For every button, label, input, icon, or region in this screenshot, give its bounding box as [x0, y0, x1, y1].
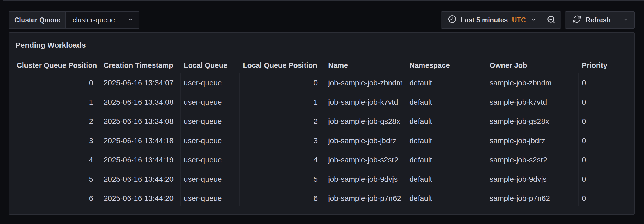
cell-priority: 0 [579, 150, 630, 170]
cell-cluster-queue-position: 1 [13, 93, 100, 112]
cell-priority: 0 [579, 189, 630, 206]
panel-title[interactable]: Pending Workloads [9, 33, 634, 51]
table-row: 42025-06-16 13:44:19user-queue4job-sampl… [13, 150, 630, 170]
cell-local-queue-position: 5 [240, 170, 325, 189]
column-header-name[interactable]: Name [325, 61, 406, 70]
cell-local-queue: user-queue [181, 189, 240, 206]
toolbar-right-group: Last 5 minutes UTC Refresh [441, 11, 635, 29]
timezone-label: UTC [512, 16, 526, 24]
cell-priority: 0 [579, 112, 630, 131]
chevron-down-icon [128, 16, 133, 24]
table-body: 02025-06-16 13:34:07user-queue0job-sampl… [13, 74, 630, 206]
cell-cluster-queue-position: 4 [13, 150, 100, 170]
variable-label: Cluster Queue [9, 12, 66, 28]
cell-owner-job: sample-job-jbdrz [486, 131, 579, 150]
cell-namespace: default [406, 150, 486, 170]
cell-priority: 0 [579, 93, 630, 112]
cell-local-queue: user-queue [181, 150, 240, 170]
cell-owner-job: sample-job-zbndm [486, 74, 579, 93]
cell-name: job-sample-job-jbdrz [325, 131, 406, 150]
column-header-priority[interactable]: Priority [579, 61, 630, 70]
cell-owner-job: sample-job-gs28x [486, 112, 579, 131]
table-row: 02025-06-16 13:34:07user-queue0job-sampl… [13, 74, 630, 93]
cell-cluster-queue-position: 0 [13, 74, 100, 93]
cell-priority: 0 [579, 74, 630, 93]
refresh-interval-dropdown-button[interactable] [617, 12, 634, 28]
cell-namespace: default [406, 74, 486, 93]
clock-icon [448, 15, 457, 25]
cell-name: job-sample-job-p7n62 [325, 189, 406, 206]
chevron-down-icon [531, 16, 536, 24]
cell-local-queue-position: 1 [240, 93, 325, 112]
time-range-zoom-out-button[interactable] [542, 12, 561, 28]
time-range-group: Last 5 minutes UTC [441, 11, 561, 29]
cell-name: job-sample-job-s2sr2 [325, 150, 406, 170]
cell-name: job-sample-job-k7vtd [325, 93, 406, 112]
cell-local-queue-position: 0 [240, 74, 325, 93]
cell-creation-timestamp: 2025-06-16 13:44:19 [100, 150, 181, 170]
column-header-local-queue-position[interactable]: Local Queue Position [240, 61, 325, 70]
cell-local-queue: user-queue [181, 74, 240, 93]
cell-local-queue: user-queue [181, 112, 240, 131]
cell-local-queue-position: 4 [240, 150, 325, 170]
cell-namespace: default [406, 170, 486, 189]
cell-name: job-sample-job-gs28x [325, 112, 406, 131]
cell-namespace: default [406, 131, 486, 150]
variable-control-cluster-queue: Cluster Queue cluster-queue [9, 11, 139, 29]
time-range-label: Last 5 minutes [461, 16, 508, 24]
cell-cluster-queue-position: 5 [13, 170, 100, 189]
column-header-local-queue[interactable]: Local Queue [181, 61, 240, 70]
pending-workloads-panel: Pending Workloads Cluster Queue Position… [9, 32, 635, 215]
cell-priority: 0 [579, 170, 630, 189]
cell-local-queue: user-queue [181, 170, 240, 189]
cell-cluster-queue-position: 3 [13, 131, 100, 150]
cell-owner-job: sample-job-k7vtd [486, 93, 579, 112]
cell-name: job-sample-job-zbndm [325, 74, 406, 93]
pending-workloads-table: Cluster Queue PositionCreation Timestamp… [13, 51, 630, 206]
cell-cluster-queue-position: 2 [13, 112, 100, 131]
variable-dropdown-cluster-queue[interactable]: cluster-queue [66, 12, 139, 28]
refresh-button[interactable]: Refresh [565, 12, 617, 28]
cell-creation-timestamp: 2025-06-16 13:44:20 [100, 170, 181, 189]
table-row: 22025-06-16 13:34:08user-queue2job-sampl… [13, 112, 630, 131]
variable-selected-value: cluster-queue [73, 16, 115, 24]
top-chrome-divider [3, 0, 644, 1]
cell-creation-timestamp: 2025-06-16 13:44:18 [100, 131, 181, 150]
cell-namespace: default [406, 93, 486, 112]
column-header-cluster-queue-position[interactable]: Cluster Queue Position [13, 61, 100, 70]
cell-name: job-sample-job-9dvjs [325, 170, 406, 189]
left-chrome-divider [1, 0, 1, 26]
table-header-row: Cluster Queue PositionCreation Timestamp… [13, 51, 630, 74]
cell-owner-job: sample-job-9dvjs [486, 170, 579, 189]
time-range-picker-button[interactable]: Last 5 minutes UTC [441, 12, 542, 28]
zoom-out-icon [546, 15, 556, 25]
column-header-creation-timestamp[interactable]: Creation Timestamp [100, 61, 181, 70]
cell-owner-job: sample-job-p7n62 [486, 189, 579, 206]
column-header-namespace[interactable]: Namespace [406, 61, 486, 70]
cell-local-queue-position: 2 [240, 112, 325, 131]
cell-priority: 0 [579, 131, 630, 150]
chevron-down-icon [623, 17, 629, 23]
cell-creation-timestamp: 2025-06-16 13:34:08 [100, 93, 181, 112]
table-row: 32025-06-16 13:44:18user-queue3job-sampl… [13, 131, 630, 151]
cell-cluster-queue-position: 6 [13, 189, 100, 206]
column-header-owner-job[interactable]: Owner Job [486, 61, 579, 70]
cell-creation-timestamp: 2025-06-16 13:44:20 [100, 189, 181, 206]
cell-owner-job: sample-job-s2sr2 [486, 150, 579, 170]
cell-namespace: default [406, 112, 486, 131]
cell-creation-timestamp: 2025-06-16 13:34:07 [100, 74, 181, 93]
refresh-group: Refresh [565, 11, 635, 29]
refresh-icon [573, 15, 581, 25]
cell-local-queue: user-queue [181, 93, 240, 112]
cell-local-queue-position: 3 [240, 131, 325, 150]
cell-creation-timestamp: 2025-06-16 13:34:08 [100, 112, 181, 131]
refresh-label: Refresh [586, 16, 611, 24]
table-row: 62025-06-16 13:44:20user-queue6job-sampl… [13, 189, 630, 206]
cell-namespace: default [406, 189, 486, 206]
cell-local-queue: user-queue [181, 131, 240, 150]
table-row: 12025-06-16 13:34:08user-queue1job-sampl… [13, 93, 630, 112]
cell-local-queue-position: 6 [240, 189, 325, 206]
dashboard-toolbar: Cluster Queue cluster-queue Last 5 minut… [9, 11, 635, 29]
table-row: 52025-06-16 13:44:20user-queue5job-sampl… [13, 170, 630, 189]
